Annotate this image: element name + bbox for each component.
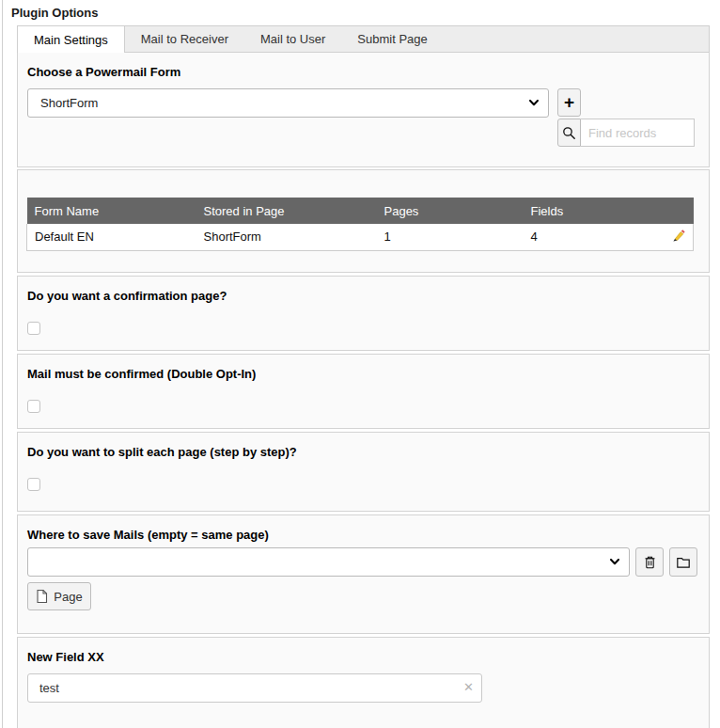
- confirmation-page-label: Do you want a confirmation page?: [27, 285, 697, 312]
- search-button[interactable]: [557, 119, 581, 147]
- confirmation-page-checkbox[interactable]: [27, 322, 40, 335]
- section-new-field: New Field XX ✕: [17, 637, 710, 728]
- section-form-table: Form Name Stored in Page Pages Fields De…: [17, 169, 710, 273]
- page-button-label: Page: [54, 590, 82, 604]
- header-stored-in-page: Stored in Page: [196, 198, 377, 224]
- page-icon: [36, 589, 48, 604]
- new-field-input[interactable]: [27, 673, 482, 703]
- header-form-name: Form Name: [27, 198, 196, 224]
- delete-button[interactable]: [635, 547, 664, 577]
- split-pages-label: Do you want to split each page (step by …: [27, 441, 697, 468]
- edit-record-button[interactable]: [671, 228, 686, 243]
- plugin-options-panel: Main Settings Mail to Receiver Mail to U…: [17, 25, 710, 728]
- chevron-down-icon: [529, 100, 539, 106]
- panel-left-border: [2, 0, 3, 728]
- new-field-label: New Field XX: [27, 646, 697, 673]
- cell-actions: [636, 224, 694, 250]
- section-confirmation-page: Do you want a confirmation page?: [17, 276, 710, 351]
- new-record-button[interactable]: +: [557, 88, 581, 117]
- split-pages-checkbox[interactable]: [27, 478, 40, 491]
- header-pages: Pages: [377, 198, 524, 224]
- cell-pages: 1: [377, 224, 524, 250]
- page-title: Plugin Options: [0, 0, 720, 25]
- clear-icon[interactable]: ✕: [463, 680, 474, 695]
- tab-mail-to-receiver[interactable]: Mail to Receiver: [125, 26, 244, 52]
- cell-fields: 4: [524, 224, 636, 250]
- folder-icon: [676, 556, 691, 569]
- plus-icon: +: [564, 92, 574, 113]
- double-opt-in-label: Mail must be confirmed (Double Opt-In): [27, 363, 697, 390]
- cell-form-name: Default EN: [27, 224, 196, 250]
- powermail-form-select[interactable]: ShortForm: [27, 88, 549, 118]
- search-icon: [562, 126, 576, 140]
- section-choose-form: Choose a Powermail Form ShortForm +: [17, 52, 710, 167]
- double-opt-in-checkbox[interactable]: [27, 400, 40, 413]
- section-double-opt-in: Mail must be confirmed (Double Opt-In): [17, 354, 710, 429]
- pencil-icon: [671, 228, 686, 243]
- cell-stored-in-page: ShortForm: [196, 224, 377, 250]
- page-button[interactable]: Page: [27, 582, 91, 610]
- tab-mail-to-user[interactable]: Mail to User: [244, 26, 341, 52]
- powermail-form-select-value: ShortForm: [40, 96, 529, 110]
- table-row: Default EN ShortForm 1 4: [27, 224, 694, 250]
- tab-submit-page[interactable]: Submit Page: [341, 26, 443, 52]
- browse-folder-button[interactable]: [669, 547, 697, 577]
- table-header-row: Form Name Stored in Page Pages Fields: [27, 198, 694, 224]
- section-split-pages: Do you want to split each page (step by …: [17, 432, 710, 512]
- tab-bar: Main Settings Mail to Receiver Mail to U…: [17, 25, 710, 52]
- forms-table: Form Name Stored in Page Pages Fields De…: [26, 198, 694, 251]
- chevron-down-icon: [610, 559, 619, 565]
- trash-icon: [643, 555, 657, 570]
- header-actions: [636, 198, 694, 224]
- find-records-input[interactable]: [581, 119, 695, 147]
- header-fields: Fields: [524, 198, 636, 224]
- save-mails-label: Where to save Mails (empty = same page): [27, 524, 697, 547]
- section-save-mails: Where to save Mails (empty = same page): [17, 514, 710, 634]
- tab-main-settings[interactable]: Main Settings: [17, 25, 125, 53]
- choose-form-label: Choose a Powermail Form: [27, 61, 697, 88]
- save-mails-select[interactable]: [27, 547, 630, 577]
